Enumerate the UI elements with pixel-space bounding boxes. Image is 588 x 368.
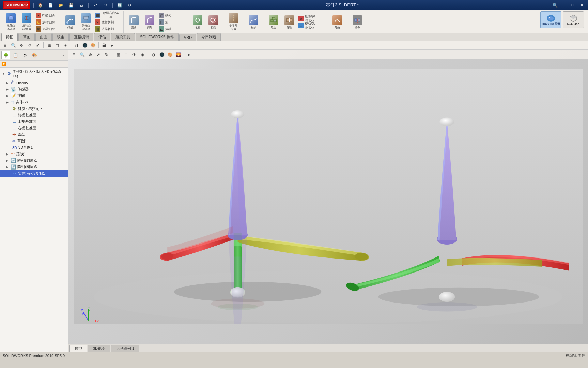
extrude-boss-btn[interactable]: 拉伸凸台/基体	[3, 13, 18, 31]
tab-today[interactable]: 今日制造	[197, 33, 221, 41]
vp-zoom-area-btn[interactable]: ⊕	[87, 51, 94, 58]
tree-item-solid-bodies[interactable]: ▶ ◻ 实体(2)	[0, 99, 68, 105]
draft-btn[interactable]: ◣ 拔模	[158, 26, 185, 32]
3d-view-tab[interactable]: 3D视图	[88, 345, 110, 352]
vp-rotate-btn[interactable]: ↻	[103, 51, 110, 58]
instant3d-btn[interactable]: Instant3D	[563, 11, 584, 28]
tab-direct-edit[interactable]: 直接编辑	[69, 33, 93, 41]
vp-shadow-btn[interactable]: 🌑	[158, 51, 166, 58]
close-btn[interactable]: ✕	[578, 2, 585, 9]
appearance-manager-tab[interactable]: 🎨	[30, 51, 39, 59]
boundary-cut2-btn[interactable]: ▦ 边界切割	[94, 26, 121, 32]
scale-cut-btn[interactable]: ✂ 放样切割	[94, 19, 121, 25]
tab-sheetmetal[interactable]: 钣金	[52, 33, 69, 41]
sweep-btn[interactable]: 扫描	[63, 13, 78, 31]
search-btn[interactable]: 🔍	[551, 2, 559, 9]
maximize-btn[interactable]: □	[569, 2, 576, 9]
tree-root[interactable]: ▼ ⚙ 零件3 (默认<<默认>显示状态 1>)	[0, 68, 68, 79]
flex-btn[interactable]: 弯曲	[330, 13, 345, 31]
undo-btn[interactable]: ↩	[92, 2, 99, 9]
vp-more-btn[interactable]: ▸	[186, 51, 193, 58]
vp-zoom-btn[interactable]: 🔍	[78, 51, 86, 58]
vp-display-btn[interactable]: ◑	[150, 51, 157, 58]
intersect-btn[interactable]: 相交	[206, 13, 221, 31]
vp-appearance-btn[interactable]: 🎨	[166, 51, 174, 58]
shadow-btn[interactable]: 🌑	[81, 42, 89, 49]
loft-cut-btn[interactable]: 📐 放样切除	[35, 19, 62, 25]
rotate-view-btn[interactable]: ↻	[26, 42, 33, 49]
open-btn[interactable]: 📂	[57, 2, 65, 9]
vp-view-sel-btn[interactable]: ◻	[122, 51, 130, 58]
tree-item-history[interactable]: ▶ ⏱ History	[0, 79, 68, 86]
display-mode-btn[interactable]: ◑	[73, 42, 80, 49]
vp-scene-btn[interactable]: 🌄	[174, 51, 182, 58]
panel-expand-btn[interactable]: ›	[60, 52, 66, 58]
revolve-boss-btn[interactable]: 旋转凸台/基体	[19, 13, 34, 31]
motion-study-tab[interactable]: 运动算例 1	[111, 345, 139, 352]
zoom-prev-btn[interactable]: 🔍	[10, 42, 17, 49]
more-btn[interactable]: ▸	[109, 42, 116, 49]
chamfer-btn[interactable]: 倒角	[142, 13, 157, 31]
tree-item-3d-sketch1[interactable]: 3D 3D草图1	[0, 144, 68, 151]
save-btn[interactable]: 💾	[67, 2, 75, 9]
split-btn[interactable]: 分割	[282, 13, 297, 31]
rebuild-btn[interactable]: 🔄	[116, 2, 123, 9]
tree-item-pattern1[interactable]: ▶ 🔄 阵列(圆周)1	[0, 157, 68, 164]
home-btn[interactable]: 🏠	[37, 2, 44, 9]
tree-item-top-plane[interactable]: ▭ 上视基准面	[0, 118, 68, 125]
pan-btn[interactable]: ✥	[18, 42, 25, 49]
section-view-btn[interactable]: ▦	[45, 42, 53, 49]
tree-item-origin[interactable]: ✛ 原点	[0, 131, 68, 138]
tree-item-pattern3[interactable]: ▶ 🔄 阵列(圆周)3	[0, 164, 68, 170]
scene-btn[interactable]: 🏔	[100, 42, 108, 49]
view-orient-btn[interactable]: ⊞	[1, 42, 9, 49]
redo-btn[interactable]: ↪	[102, 2, 109, 9]
vp-section-btn[interactable]: ▦	[114, 51, 122, 58]
boundary-cut-btn[interactable]: ⊞ 边界切除	[35, 26, 62, 32]
fillet-btn[interactable]: 圆角	[126, 13, 141, 31]
vp-hide-btn[interactable]: 👁	[130, 51, 138, 58]
loft-btn[interactable]: 放样凸台/基体	[78, 13, 93, 31]
property-manager-tab[interactable]: 📋	[11, 51, 20, 59]
feature-manager-tab[interactable]: 🌳	[1, 51, 10, 59]
configuration-tab[interactable]: ⚙	[20, 51, 29, 59]
tree-item-route1[interactable]: ▶ 〰 路线1	[0, 151, 68, 157]
scale-boss-btn[interactable]: ⬛ 放样凸台/基体	[94, 12, 121, 18]
viewport[interactable]: ⊞ 🔍 ⊕ ⤢ ↻ ▦ ◻ 👁 ◈ ◑ 🌑 🎨 🌄 ▸	[68, 50, 588, 352]
vp-orient-btn[interactable]: ⊞	[70, 51, 78, 58]
tab-evaluate[interactable]: 评估	[94, 33, 110, 41]
rib-btn[interactable]: ⊨ 筋	[158, 19, 185, 25]
curves-btn[interactable]: 曲线	[246, 13, 261, 31]
tree-item-sketch1[interactable]: ✏ 草图1	[0, 138, 68, 144]
realview-btn[interactable]: RealView 图形	[540, 11, 561, 28]
options-btn[interactable]: ⚙	[126, 2, 134, 9]
tree-item-front-plane[interactable]: ▭ 前视基准面	[0, 112, 68, 118]
zoom-fit-btn[interactable]: ⤢	[34, 42, 42, 49]
tree-item-annotations[interactable]: ▶ 📝 注解	[0, 92, 68, 99]
minimize-btn[interactable]: ─	[560, 2, 568, 9]
mirror-btn[interactable]: 镜像	[350, 13, 365, 31]
vp-zoom-fit-btn[interactable]: ⤢	[95, 51, 102, 58]
tab-sketch[interactable]: 草图	[18, 33, 35, 41]
new-btn[interactable]: 📄	[47, 2, 55, 9]
appearance-btn[interactable]: 🎨	[89, 42, 97, 49]
scan-cut-btn[interactable]: ✂ 扫描切除	[35, 12, 62, 18]
print-btn[interactable]: 🖨	[78, 2, 85, 9]
ref-geom-btn[interactable]: 参考几何体	[226, 13, 241, 31]
tab-plugins[interactable]: SOLIDWORKS 插件	[136, 33, 179, 41]
shell-btn[interactable]: ▢ 抽壳	[158, 12, 185, 18]
model-tab[interactable]: 模型	[69, 345, 87, 352]
tree-item-move-solid1[interactable]: ↔ 实体-移动/复制1	[0, 170, 68, 177]
tree-item-material[interactable]: ⚙ 材质 <未指定>	[0, 105, 68, 112]
tab-surface[interactable]: 曲面	[35, 33, 52, 41]
wrap-btn[interactable]: 包覆	[190, 13, 205, 31]
tree-item-right-plane[interactable]: ▭ 右视基准面	[0, 125, 68, 131]
assemble-btn[interactable]: 组合	[266, 13, 281, 31]
tab-render[interactable]: 渲染工具	[111, 33, 135, 41]
view-mode-btn[interactable]: ◈	[62, 42, 69, 49]
tab-mbd[interactable]: MBD	[179, 34, 196, 41]
vp-sel-filter-btn[interactable]: ◈	[139, 51, 146, 58]
view-sel-btn[interactable]: ◻	[53, 42, 61, 49]
tree-item-sensors[interactable]: ▶ 📡 传感器	[0, 86, 68, 92]
move-copy-btn[interactable]: ↔ 移动/复制实体	[297, 23, 325, 29]
